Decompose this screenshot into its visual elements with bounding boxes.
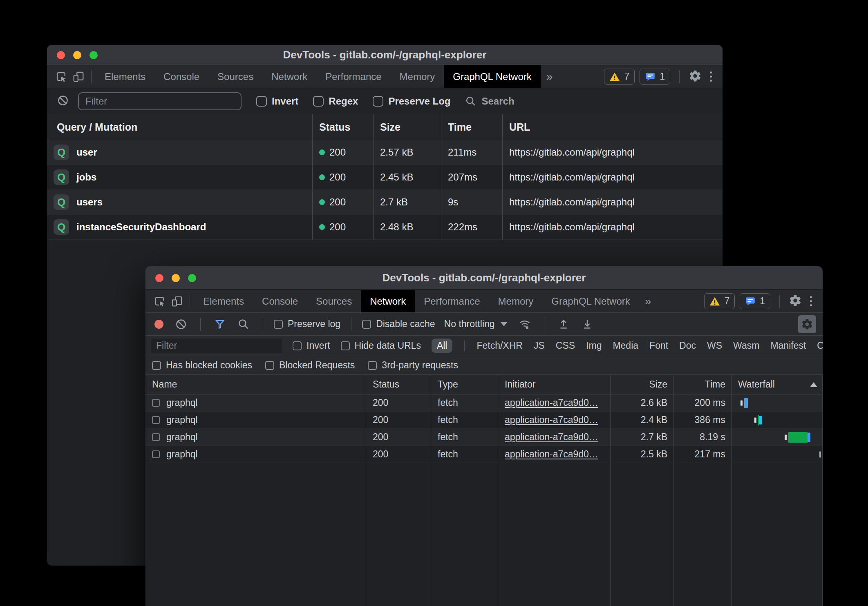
device-toolbar-icon[interactable] (70, 68, 87, 85)
more-tabs-icon[interactable]: » (639, 290, 656, 312)
column-status[interactable]: Status (313, 114, 374, 140)
request-row[interactable]: graphql 200 fetch application-a7ca9d0… 2… (145, 412, 823, 429)
search-button[interactable]: Search (465, 96, 514, 107)
export-har-icon[interactable] (579, 316, 596, 333)
inspect-element-icon[interactable] (151, 293, 168, 310)
titlebar[interactable]: DevTools - gitlab.com/-/graphql-explorer (145, 266, 823, 290)
filter-input[interactable] (151, 339, 282, 353)
row-checkbox[interactable] (152, 450, 160, 458)
tab-elements[interactable]: Elements (194, 290, 253, 312)
column-type[interactable]: Type (431, 375, 498, 394)
initiator-link[interactable]: application-a7ca9d0… (505, 397, 598, 408)
checkbox[interactable] (293, 341, 302, 350)
has-blocked-cookies-checkbox[interactable]: Has blocked cookies (152, 360, 252, 371)
throttling-select[interactable]: No throttling (442, 319, 510, 330)
query-row[interactable]: Qusers 200 2.7 kB 9s https://gitlab.com/… (47, 190, 723, 215)
invert-checkbox[interactable]: Invert (293, 340, 330, 351)
tab-console[interactable]: Console (253, 290, 307, 312)
filter-chip-all[interactable]: All (432, 339, 453, 353)
filter-input[interactable] (78, 92, 242, 110)
tab-sources[interactable]: Sources (307, 290, 361, 312)
checkbox[interactable] (368, 361, 377, 370)
checkbox[interactable] (265, 361, 274, 370)
titlebar[interactable]: DevTools - gitlab.com/-/graphql-explorer (47, 45, 723, 65)
filter-funnel-icon[interactable] (211, 316, 228, 333)
initiator-link[interactable]: application-a7ca9d0… (505, 449, 598, 460)
tab-memory[interactable]: Memory (489, 290, 543, 312)
column-waterfall[interactable]: Waterfall (732, 375, 823, 394)
preserve-log-checkbox[interactable]: Preserve Log (373, 96, 450, 107)
request-row[interactable]: graphql 200 fetch application-a7ca9d0… 2… (145, 394, 823, 412)
network-conditions-icon[interactable] (516, 316, 533, 333)
checkbox[interactable] (274, 320, 283, 329)
search-icon[interactable] (235, 316, 252, 333)
tab-network[interactable]: Network (361, 290, 415, 312)
query-row[interactable]: QinstanceSecurityDashboard 200 2.48 kB 2… (47, 215, 723, 240)
third-party-requests-checkbox[interactable]: 3rd-party requests (368, 360, 458, 371)
filter-chip-ws[interactable]: WS (707, 340, 722, 351)
row-checkbox[interactable] (152, 399, 160, 407)
tab-elements[interactable]: Elements (96, 65, 154, 88)
warnings-badge[interactable]: 7 (604, 69, 635, 85)
column-url[interactable]: URL (503, 114, 723, 140)
filter-chip-css[interactable]: CSS (556, 340, 575, 351)
minimize-button[interactable] (172, 274, 180, 282)
tab-performance[interactable]: Performance (316, 65, 390, 88)
settings-gear-icon[interactable] (689, 69, 702, 84)
tab-network[interactable]: Network (262, 65, 316, 88)
column-time[interactable]: Time (673, 375, 732, 394)
column-name[interactable]: Name (145, 375, 366, 394)
settings-gear-icon[interactable] (789, 294, 802, 309)
clear-icon[interactable] (57, 94, 69, 108)
request-row[interactable]: graphql 200 fetch application-a7ca9d0… 2… (145, 446, 823, 463)
disable-cache-checkbox[interactable]: Disable cache (362, 319, 435, 330)
import-har-icon[interactable] (555, 316, 572, 333)
tab-sources[interactable]: Sources (208, 65, 262, 88)
issues-badge[interactable]: 1 (640, 69, 670, 85)
checkbox[interactable] (362, 320, 371, 329)
kebab-menu-icon[interactable] (807, 296, 815, 306)
filter-chip-wasm[interactable]: Wasm (733, 340, 759, 351)
column-initiator[interactable]: Initiator (498, 375, 611, 394)
tab-memory[interactable]: Memory (391, 65, 444, 88)
hide-data-urls-checkbox[interactable]: Hide data URLs (341, 340, 421, 351)
row-checkbox[interactable] (152, 416, 160, 424)
checkbox[interactable] (341, 341, 350, 350)
filter-chip-js[interactable]: JS (534, 340, 545, 351)
tab-performance[interactable]: Performance (415, 290, 489, 312)
tab-graphql-network[interactable]: GraphQL Network (542, 290, 639, 312)
filter-chip-other[interactable]: Other (817, 340, 823, 351)
warnings-badge[interactable]: 7 (704, 293, 735, 309)
filter-chip-media[interactable]: Media (613, 340, 638, 351)
more-tabs-icon[interactable]: » (541, 65, 558, 88)
tab-console[interactable]: Console (154, 65, 208, 88)
regex-checkbox[interactable]: Regex (313, 96, 358, 107)
request-row[interactable]: graphql 200 fetch application-a7ca9d0… 2… (145, 429, 823, 446)
column-status[interactable]: Status (366, 375, 431, 394)
tab-graphql-network[interactable]: GraphQL Network (444, 65, 541, 88)
column-size[interactable]: Size (374, 114, 441, 140)
device-toolbar-icon[interactable] (168, 293, 186, 310)
column-query-mutation[interactable]: Query / Mutation (47, 114, 313, 140)
preserve-log-checkbox[interactable]: Preserve log (274, 319, 340, 330)
kebab-menu-icon[interactable] (707, 71, 715, 82)
zoom-button[interactable] (89, 51, 98, 59)
column-time[interactable]: Time (441, 114, 503, 140)
checkbox[interactable] (256, 96, 267, 107)
checkbox[interactable] (152, 361, 161, 370)
checkbox[interactable] (373, 96, 383, 107)
issues-badge[interactable]: 1 (740, 293, 770, 309)
blocked-requests-checkbox[interactable]: Blocked Requests (265, 360, 355, 371)
invert-checkbox[interactable]: Invert (256, 96, 298, 107)
close-button[interactable] (155, 274, 163, 282)
row-checkbox[interactable] (152, 433, 160, 441)
filter-chip-font[interactable]: Font (649, 340, 668, 351)
filter-chip-fetch-xhr[interactable]: Fetch/XHR (477, 340, 522, 351)
record-button[interactable] (154, 320, 163, 329)
network-settings-gear-icon[interactable] (798, 315, 816, 333)
minimize-button[interactable] (73, 51, 81, 59)
filter-chip-manifest[interactable]: Manifest (770, 340, 806, 351)
clear-icon[interactable] (172, 316, 190, 333)
column-size[interactable]: Size (611, 375, 673, 394)
initiator-link[interactable]: application-a7ca9d0… (505, 414, 598, 426)
